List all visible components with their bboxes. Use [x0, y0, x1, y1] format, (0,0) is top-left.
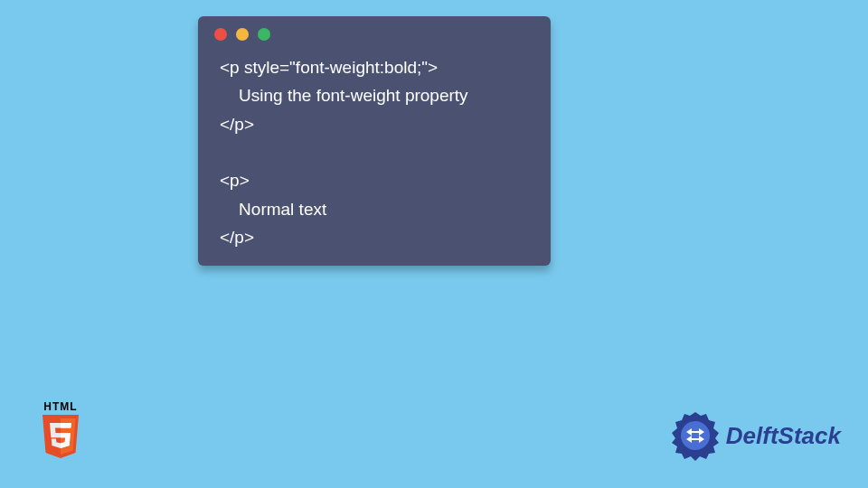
code-line-3: </p> [220, 115, 254, 134]
code-line-6: Normal text [220, 200, 326, 219]
code-line-2: Using the font-weight property [220, 86, 468, 105]
maximize-icon [258, 28, 270, 41]
code-content: <p style="font-weight:bold;"> Using the … [198, 50, 551, 255]
svg-point-0 [681, 421, 710, 450]
window-titlebar [198, 16, 551, 50]
close-icon [214, 28, 227, 41]
delftstack-brand-text: DelftStack [726, 422, 841, 450]
delftstack-logo: DelftStack [668, 408, 841, 463]
delftstack-gear-icon [668, 408, 722, 463]
html5-shield-icon [40, 415, 81, 460]
html5-label: HTML [35, 400, 86, 413]
code-window: <p style="font-weight:bold;"> Using the … [198, 16, 551, 266]
code-line-5: <p> [220, 171, 250, 190]
html5-badge: HTML [35, 400, 86, 464]
minimize-icon [236, 28, 249, 41]
code-line-1: <p style="font-weight:bold;"> [220, 58, 438, 77]
code-line-7: </p> [220, 228, 254, 247]
